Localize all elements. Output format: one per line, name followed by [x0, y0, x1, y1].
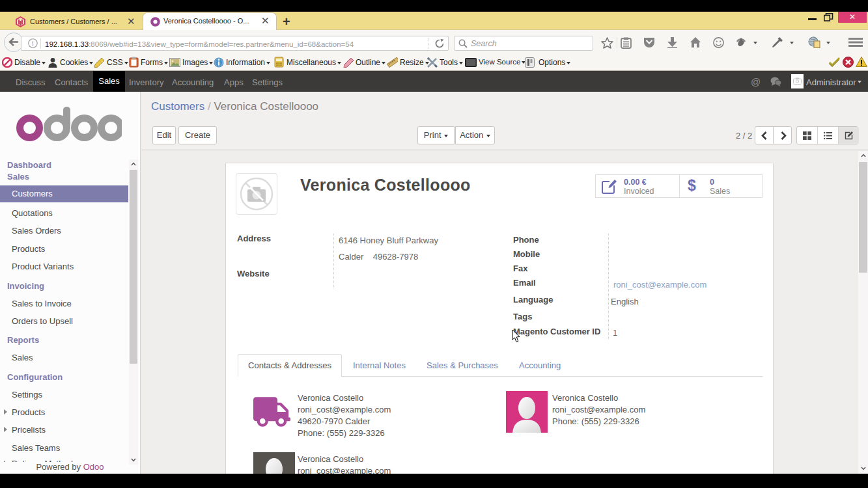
svg-text:i: i	[32, 40, 34, 47]
